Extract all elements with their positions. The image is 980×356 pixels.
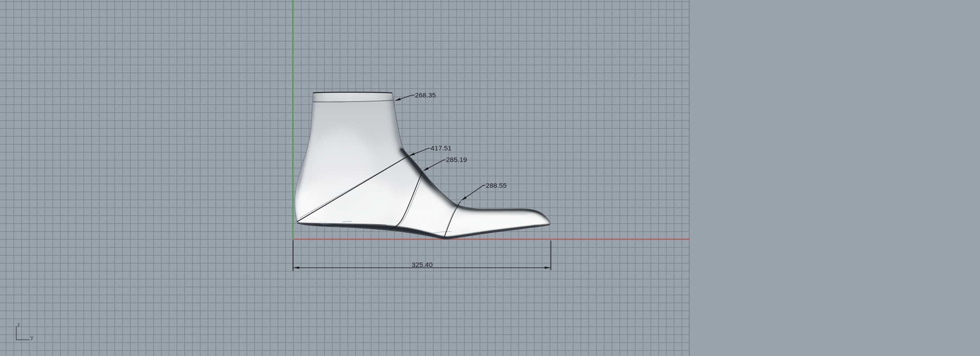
svg-text:325.40: 325.40	[412, 261, 433, 268]
svg-text:288.55: 288.55	[486, 182, 506, 189]
svg-text:z: z	[17, 321, 20, 328]
svg-text:268.35: 268.35	[415, 91, 436, 99]
svg-text:285.19: 285.19	[446, 156, 467, 163]
svg-text:417.51: 417.51	[431, 144, 452, 152]
svg-text:y: y	[31, 334, 34, 340]
